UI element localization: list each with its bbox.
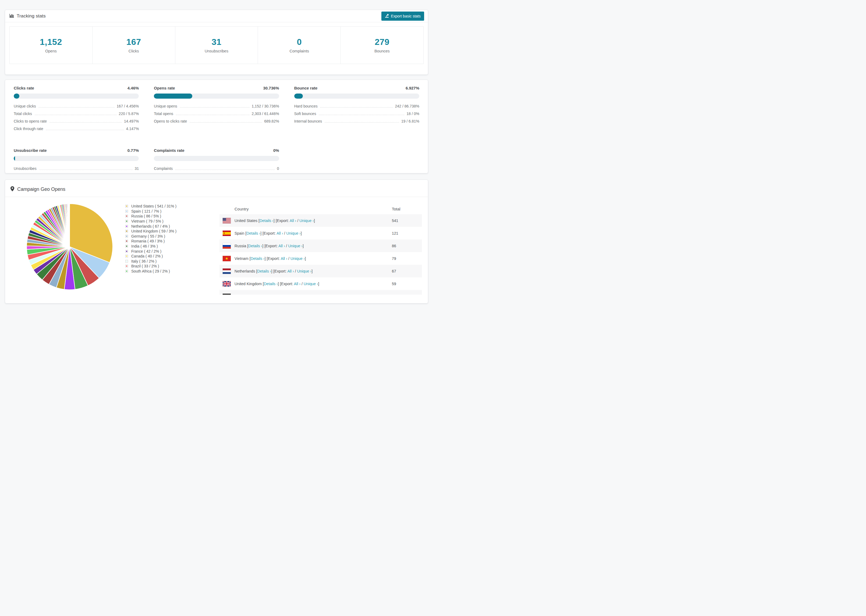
rate-head-unsubscribe-rate: Unsubscribe rate0.77% xyxy=(14,148,139,152)
stat-label-unsubscribes: Unsubscribes xyxy=(205,49,228,53)
legend-label: Brazil ( 33 / 2% ) xyxy=(131,264,159,268)
netherlands-export-all-link[interactable]: All › xyxy=(287,269,294,273)
legend-swatch xyxy=(125,240,128,242)
vietnam-flag-icon xyxy=(223,256,231,261)
geo-content: United States ( 541 / 31% )Spain ( 121 /… xyxy=(5,197,428,295)
page-title: Tracking stats xyxy=(17,13,46,19)
bar-chart-icon xyxy=(9,13,14,19)
rate-row-label: Click through rate xyxy=(14,127,43,131)
netherlands-flag-icon xyxy=(223,269,231,274)
legend-label: Spain ( 121 / 7% ) xyxy=(131,209,161,214)
table-row-germany: Germany [Details ›] [Export: All › / Uni… xyxy=(219,290,422,295)
legend-swatch xyxy=(125,230,128,233)
vietnam-export-unique-link[interactable]: Unique › xyxy=(290,256,305,261)
rate-row-unsubscribes: Unsubscribes31 xyxy=(14,166,139,171)
spain-export-unique-link[interactable]: Unique › xyxy=(286,231,301,236)
rate-row-label: Total opens xyxy=(154,112,173,116)
rate-row-label: Clicks to opens rate xyxy=(14,119,47,123)
legend-swatch xyxy=(125,225,128,228)
vietnam-details-link[interactable]: Details › xyxy=(251,256,265,261)
rate-head-bounce-rate: Bounce rate6.927% xyxy=(294,86,419,90)
export-basic-stats-button[interactable]: Export basic stats xyxy=(381,11,424,21)
table-row-united-states: United States [Details ›] [Export: All ›… xyxy=(219,214,422,227)
stat-label-bounces: Bounces xyxy=(375,49,389,53)
legend-item-south-africa: South Africa ( 29 / 2% ) xyxy=(125,269,203,274)
table-row-vietnam: Vietnam [Details ›] [Export: All › / Uni… xyxy=(219,252,422,265)
spain-export-all-link[interactable]: All › xyxy=(277,231,283,236)
united-states-flag-icon xyxy=(223,218,231,223)
rate-value: 0.77% xyxy=(128,148,139,152)
rate-row-clicks-to-opens-rate: Clicks to opens rate14.497% xyxy=(14,118,139,123)
rate-rows: Unique clicks167 / 4.456%Total clicks220… xyxy=(14,104,139,131)
rate-rows: Hard bounces242 / 86.738%Soft bounces18 … xyxy=(294,104,419,123)
map-pin-icon xyxy=(11,186,14,192)
tracking-stats-body: 1,152Opens167Clicks31Unsubscribes0Compla… xyxy=(5,22,428,68)
united-kingdom-flag-icon xyxy=(223,281,231,286)
rates-card: Clicks rate4.46%Unique clicks167 / 4.456… xyxy=(5,80,428,173)
country-cell: Russia [Details ›] [Export: All › / Uniq… xyxy=(235,244,392,248)
rate-row-value: 689.82% xyxy=(264,119,279,123)
rate-row-total-clicks: Total clicks220 / 5.87% xyxy=(14,111,139,116)
rate-head-complaints-rate: Complaints rate0% xyxy=(154,148,279,152)
rate-row-unique-opens: Unique opens1,152 / 30.736% xyxy=(154,104,279,108)
rate-row-value: 18 / 0% xyxy=(407,112,419,116)
dotted-leader xyxy=(190,122,262,123)
rate-row-value: 1,152 / 30.736% xyxy=(252,104,279,108)
spain-details-link[interactable]: Details › xyxy=(246,231,260,236)
germany-export-all-link[interactable]: All › xyxy=(282,294,289,295)
rate-title: Bounce rate xyxy=(294,86,318,90)
united-kingdom-export-unique-link[interactable]: Unique › xyxy=(304,282,318,286)
rate-row-value: 2,303 / 61.446% xyxy=(252,112,279,116)
rate-title: Clicks rate xyxy=(14,86,34,90)
stat-label-opens: Opens xyxy=(45,49,57,53)
stat-label-clicks: Clicks xyxy=(129,49,139,53)
table-row-united-kingdom: United Kingdom [Details ›] [Export: All … xyxy=(219,277,422,290)
legend-item-united-kingdom: United Kingdom ( 59 / 3% ) xyxy=(125,229,203,234)
legend-label: United Kingdom ( 59 / 3% ) xyxy=(131,229,176,233)
vietnam-export-all-link[interactable]: All › xyxy=(281,256,287,261)
rate-value: 30.736% xyxy=(263,86,279,90)
legend-label: South Africa ( 29 / 2% ) xyxy=(131,269,170,273)
rate-row-value: 242 / 86.738% xyxy=(395,104,419,108)
rate-row-label: Unique opens xyxy=(154,104,177,108)
geo-header: Campaign Geo Opens xyxy=(5,180,428,197)
geo-table: Country Total United States [Details ›] … xyxy=(219,203,422,295)
total-cell: 55 xyxy=(392,294,419,295)
geo-pie-chart[interactable] xyxy=(25,203,114,292)
netherlands-export-unique-link[interactable]: Unique › xyxy=(297,269,312,273)
united-states-export-all-link[interactable]: All › xyxy=(290,218,296,223)
united-states-export-unique-link[interactable]: Unique › xyxy=(299,218,314,223)
rate-row-label: Internal bounces xyxy=(294,119,322,123)
legend-label: Germany ( 55 / 3% ) xyxy=(131,234,165,238)
united-kingdom-export-all-link[interactable]: All › xyxy=(294,282,301,286)
legend-label: Netherlands ( 67 / 4% ) xyxy=(131,224,170,228)
united-kingdom-details-link[interactable]: Details › xyxy=(264,282,278,286)
russia-export-unique-link[interactable]: Unique › xyxy=(288,244,303,248)
legend-label: Vietnam ( 79 / 5% ) xyxy=(131,219,164,223)
united-states-details-link[interactable]: Details › xyxy=(260,218,274,223)
dotted-leader xyxy=(324,122,399,123)
rate-value: 4.46% xyxy=(128,86,139,90)
legend-swatch xyxy=(125,245,128,248)
netherlands-details-link[interactable]: Details › xyxy=(257,269,271,273)
rate-row-opens-to-clicks-rate: Opens to clicks rate689.82% xyxy=(154,118,279,123)
progress-bar-opens-rate xyxy=(154,94,279,99)
legend-swatch xyxy=(125,260,128,262)
stat-complaints: 0Complaints xyxy=(258,27,341,64)
legend-swatch xyxy=(125,265,128,267)
germany-details-link[interactable]: Details › xyxy=(252,294,266,295)
dotted-leader xyxy=(39,170,132,170)
rate-block-unsubscribe-rate: Unsubscribe rate0.77%Unsubscribes31 xyxy=(14,148,139,173)
russia-details-link[interactable]: Details › xyxy=(248,244,262,248)
export-icon xyxy=(385,14,389,19)
stat-label-complaints: Complaints xyxy=(290,49,309,53)
germany-export-unique-link[interactable]: Unique › xyxy=(292,294,307,295)
russia-export-all-link[interactable]: All › xyxy=(279,244,285,248)
rate-row-label: Opens to clicks rate xyxy=(154,119,187,123)
country-cell: Netherlands [Details ›] [Export: All › /… xyxy=(235,269,392,273)
total-cell: 86 xyxy=(392,244,419,248)
legend-swatch xyxy=(125,215,128,217)
rate-row-value: 4.147% xyxy=(126,127,139,131)
legend-swatch xyxy=(125,250,128,253)
dotted-leader xyxy=(49,122,122,123)
